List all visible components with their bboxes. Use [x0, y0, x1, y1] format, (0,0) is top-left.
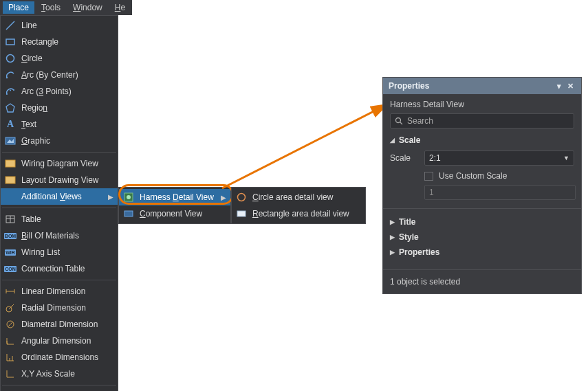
section-style-header[interactable]: ▶ Style	[390, 232, 574, 242]
rectangle-area-icon	[236, 208, 247, 219]
mitem-arc-center[interactable]: Arc (By Center)Arc (By Center)	[1, 67, 118, 83]
svg-rect-10	[6, 160, 15, 167]
svg-line-21	[8, 322, 13, 327]
scale-row: Scale 2:1 ▼	[390, 150, 574, 166]
svg-point-4	[6, 93, 8, 95]
mitem-label: Arc (3 Points)Arc (3 Points)	[21, 87, 113, 96]
menu-tools[interactable]: TToolsools	[36, 1, 66, 14]
mitem-bom[interactable]: BOM Bill Of MaterialsBill Of Materials	[1, 227, 118, 244]
mitem-wiring-diagram-view[interactable]: Wiring Diagram View	[1, 155, 118, 172]
mitem-circle[interactable]: CircleCircle	[1, 50, 118, 67]
axis-scale-icon	[5, 368, 16, 379]
mitem-label: Connection Table	[21, 264, 113, 273]
mitem-arc-3pts[interactable]: Arc (3 Points)Arc (3 Points)	[1, 83, 118, 100]
section-label: Title	[399, 217, 415, 227]
component-view-icon	[123, 208, 134, 219]
mitem-circle-area-detail[interactable]: Circle area detail viewCircle area detai…	[232, 189, 365, 205]
caret-right-icon: ▶	[390, 219, 395, 225]
custom-scale-value: 1	[429, 188, 434, 197]
mitem-label: TextText	[21, 120, 113, 129]
use-custom-scale-label: Use Custom Scale	[439, 171, 507, 181]
section-label: Scale	[399, 135, 420, 145]
mitem-label: Radial Dimension	[21, 303, 113, 313]
search-icon	[395, 117, 403, 125]
mitem-rectangle[interactable]: Rectangle	[1, 34, 118, 50]
svg-point-6	[13, 89, 14, 91]
mitem-label: Ordinate Dimensions	[21, 353, 113, 362]
menu-place[interactable]: Place	[3, 1, 34, 14]
mitem-label: Linear Dimension	[21, 287, 113, 296]
mitem-label: Component ViewComponent View	[140, 209, 226, 219]
section-properties-header[interactable]: ▶ Properties	[390, 247, 574, 257]
properties-panel: Properties ▾ ✕ Harness Detail View Searc…	[382, 77, 582, 294]
search-placeholder: Search	[407, 116, 433, 126]
menubar: Place TToolsools WWindowindow HeHe	[0, 0, 132, 15]
scale-select[interactable]: 2:1 ▼	[424, 150, 574, 166]
additional-views-submenu: Harness Detail ViewHarness Detail View ▶…	[118, 187, 231, 224]
caret-right-icon: ▶	[390, 234, 395, 241]
region-icon	[5, 102, 16, 113]
custom-scale-field[interactable]: 1	[424, 185, 576, 200]
mitem-connection-table[interactable]: CON Connection Table	[1, 260, 118, 277]
mitem-diametral-dimension[interactable]: Diametral Dimension	[1, 316, 118, 333]
mitem-rectangle-area-detail[interactable]: Rectangle area detail viewRectangle area…	[232, 205, 365, 222]
use-custom-scale-row[interactable]: Use Custom Scale	[424, 171, 574, 181]
svg-point-5	[10, 90, 11, 91]
graphic-icon	[5, 135, 16, 146]
section-title-header[interactable]: ▶ Title	[390, 217, 574, 227]
radial-dim-icon	[5, 302, 16, 313]
linear-dim-icon	[5, 286, 16, 297]
panel-dropdown-icon[interactable]: ▾	[554, 82, 565, 91]
mitem-component-view[interactable]: Component ViewComponent View	[119, 205, 230, 222]
separator	[2, 208, 116, 208]
section-label: Style	[399, 232, 419, 242]
ordinate-dim-icon	[5, 352, 16, 363]
mitem-label: Bill Of MaterialsBill Of Materials	[21, 231, 113, 241]
separator	[2, 152, 116, 153]
separator	[2, 280, 116, 280]
svg-rect-1	[6, 39, 14, 45]
mitem-label: Rectangle area detail viewRectangle area…	[252, 209, 361, 219]
mitem-layout-drawing-view[interactable]: Layout Drawing View	[1, 172, 118, 188]
mitem-label: Wiring List	[21, 247, 113, 257]
bom-icon: BOM	[5, 230, 16, 241]
mitem-angular-dimension[interactable]: Angular Dimension	[1, 333, 118, 349]
place-dropdown: Line Rectangle CircleCircle Arc (By Cent…	[0, 15, 118, 391]
section-scale-header[interactable]: ◢ Scale	[390, 135, 574, 145]
menu-window[interactable]: WWindowindow	[67, 1, 108, 14]
scale-label: Scale	[390, 153, 417, 163]
section-divider	[383, 208, 581, 209]
scale-value: 2:1	[429, 153, 441, 163]
blank-icon	[5, 191, 16, 202]
menu-help[interactable]: HeHe	[109, 1, 131, 14]
panel-close-icon[interactable]: ✕	[565, 82, 576, 91]
mitem-label: CircleCircle	[21, 54, 113, 63]
mitem-linear-dimension[interactable]: Linear Dimension	[1, 283, 118, 300]
mitem-wiring-list[interactable]: WIR Wiring List	[1, 244, 118, 260]
mitem-table[interactable]: Table	[1, 211, 118, 227]
mitem-radial-dimension[interactable]: Radial Dimension	[1, 300, 118, 316]
table-icon	[5, 214, 16, 225]
mitem-harness-detail-view[interactable]: Harness Detail ViewHarness Detail View ▶	[119, 189, 230, 205]
circle-area-icon	[236, 192, 247, 203]
mitem-annotations[interactable]: AnnotationsAnnotations ▶	[1, 388, 118, 391]
mitem-additional-views[interactable]: Additional ViewsAdditional Views ▶	[1, 188, 118, 205]
mitem-ordinate-dimensions[interactable]: Ordinate Dimensions	[1, 349, 118, 366]
mitem-graphic[interactable]: GraphicGraphic	[1, 133, 118, 149]
mitem-label: Additional ViewsAdditional Views	[21, 192, 102, 201]
callout-arrow	[219, 99, 398, 195]
svg-point-3	[6, 77, 8, 78]
harness-detail-submenu: Circle area detail viewCircle area detai…	[231, 187, 366, 224]
mitem-text[interactable]: A TextText	[1, 116, 118, 133]
wiring-diagram-icon	[5, 158, 16, 169]
use-custom-scale-checkbox[interactable]	[424, 172, 433, 181]
mitem-xy-axis-scale[interactable]: X,Y Axis Scale	[1, 366, 118, 382]
connection-table-icon: CON	[5, 263, 16, 274]
mitem-line[interactable]: Line	[1, 17, 118, 34]
mitem-label: Layout Drawing View	[21, 175, 113, 185]
mitem-region[interactable]: RegionRegion	[1, 100, 118, 116]
svg-point-2	[7, 55, 14, 63]
mitem-label: Wiring Diagram View	[21, 159, 113, 168]
layout-drawing-icon	[5, 175, 16, 186]
search-input[interactable]: Search	[390, 113, 574, 129]
